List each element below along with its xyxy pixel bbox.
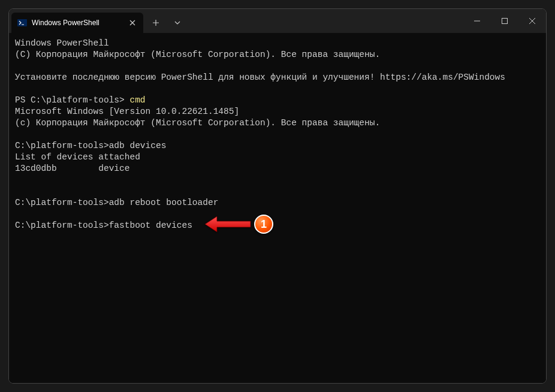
terminal-window: Windows PowerShell: [8, 8, 547, 384]
command-text: adb reboot bootloader: [109, 198, 219, 207]
terminal-line: 13cd0dbb device: [15, 164, 129, 173]
prompt: C:\platform-tools>: [15, 198, 109, 207]
new-tab-button[interactable]: [146, 13, 166, 33]
command-text: fastboot devices: [109, 221, 192, 230]
tab-title: Windows PowerShell: [32, 19, 123, 27]
tab-actions: [146, 13, 188, 33]
terminal-line: List of devices attached: [15, 152, 140, 162]
terminal-line: (c) Корпорация Майкрософт (Microsoft Cor…: [15, 118, 380, 128]
terminal-line: Windows PowerShell: [15, 38, 109, 48]
terminal-line: Установите последнюю версию PowerShell д…: [15, 73, 505, 82]
prompt: PS C:\platform-tools>: [15, 95, 129, 105]
close-icon[interactable]: [128, 18, 137, 28]
tab-dropdown-button[interactable]: [167, 13, 188, 33]
minimize-button[interactable]: [463, 9, 491, 33]
window-controls: [463, 9, 546, 33]
terminal-output[interactable]: Windows PowerShell (C) Корпорация Майкро…: [9, 33, 546, 383]
tabs-area: Windows PowerShell: [9, 9, 188, 33]
powershell-icon: [17, 18, 27, 28]
command-text: cmd: [129, 95, 145, 105]
tab-powershell[interactable]: Windows PowerShell: [11, 13, 143, 33]
terminal-line: (C) Корпорация Майкрософт (Microsoft Cor…: [15, 50, 380, 59]
prompt: C:\platform-tools>: [15, 141, 109, 150]
svg-rect-7: [502, 19, 508, 24]
maximize-button[interactable]: [491, 9, 518, 33]
command-text: adb devices: [109, 141, 167, 150]
prompt: C:\platform-tools>: [15, 221, 109, 230]
terminal-line: Microsoft Windows [Version 10.0.22621.14…: [15, 107, 239, 116]
svg-rect-0: [17, 19, 27, 26]
close-window-button[interactable]: [518, 9, 546, 33]
titlebar: Windows PowerShell: [9, 9, 546, 33]
